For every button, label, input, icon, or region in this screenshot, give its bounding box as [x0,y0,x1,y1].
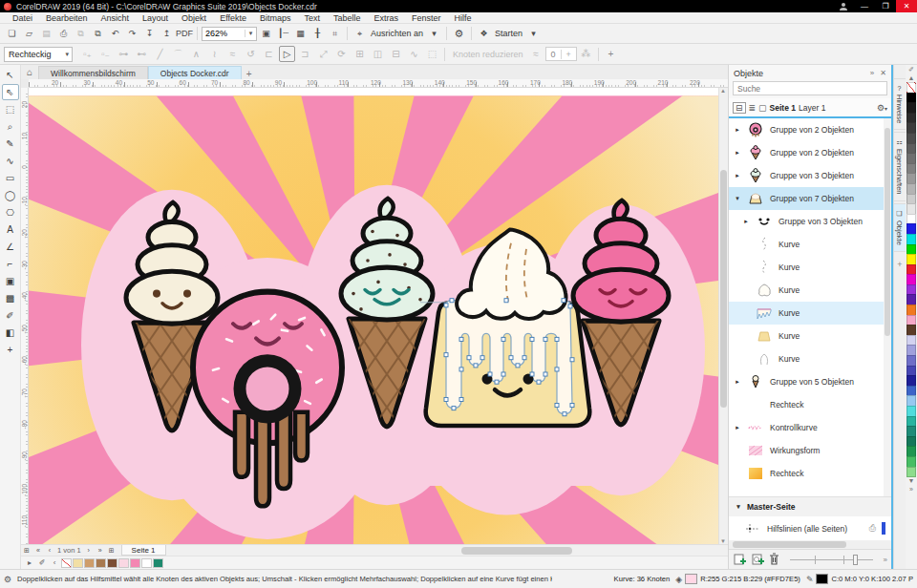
import-icon[interactable]: ↧ [141,26,158,42]
account-icon[interactable] [833,0,854,12]
reduce-nodes-button[interactable]: Knoten reduzieren [453,50,523,59]
smoothness-spinner[interactable]: 0 + [545,47,577,61]
add-docker-button[interactable]: + [897,260,902,269]
canvas-artwork[interactable] [29,88,718,544]
doc-palette-swatch-1[interactable] [73,558,83,568]
more-options-icon[interactable]: » [884,556,887,564]
shape-tool[interactable]: ⇖ [2,84,19,100]
object-row-15[interactable]: Rechteck [729,462,891,485]
cusp-node-icon[interactable]: ∧ [188,46,204,62]
page-tab[interactable]: Seite 1 [121,545,166,556]
doc-palette-swatch-3[interactable] [96,558,106,568]
connector-tool[interactable]: ⌐ [2,256,19,272]
undo-icon[interactable]: ↶ [107,26,123,42]
chevron-down-icon[interactable]: ▾ [525,26,542,42]
open-icon[interactable]: ▱ [21,26,37,42]
delete-node-icon[interactable]: ▫₋ [97,46,114,62]
docker-tab-objekte[interactable]: ❏Objekte [894,203,906,252]
menu-effekte[interactable]: Effekte [213,13,253,23]
save-icon[interactable]: ▤ [38,26,54,42]
drawing-canvas[interactable] [29,88,718,544]
slider-handle[interactable] [853,555,858,565]
show-guidelines-icon[interactable]: ╂ [309,26,326,42]
eyedropper-tool[interactable]: ✐ [2,307,19,324]
print-icon[interactable]: ⎙ [55,26,72,42]
palette-expand-icon[interactable]: » [909,486,913,494]
close-curve-icon[interactable]: ▷ [279,46,295,62]
menu-fenster[interactable]: Fenster [405,13,448,23]
break-curve-icon[interactable]: ⊷ [134,46,150,62]
menu-text[interactable]: Text [298,13,328,23]
chevron-down-icon[interactable]: ▾ [426,26,442,42]
delete-button[interactable] [769,553,779,567]
doc-palette-swatch-5[interactable] [118,558,129,568]
customize-plus-button[interactable]: + [603,46,619,62]
interactive-fill-tool[interactable]: ◧ [2,325,19,341]
to-line-icon[interactable]: ╱ [152,46,168,62]
zoom-tool[interactable]: ⌕ [2,118,19,135]
doc-palette-swatch-8[interactable] [153,558,163,568]
doc-palette-swatch-7[interactable] [141,558,152,568]
expand-icon[interactable]: ▸ [734,172,741,179]
pick-tool[interactable]: ↖ [2,67,19,83]
v-scroll-thumb[interactable] [720,170,727,408]
menu-ansicht[interactable]: Ansicht [95,13,137,23]
snap-icon[interactable]: ⌖ [352,26,368,42]
zoom-level-combo[interactable]: ▾ [202,27,257,41]
current-layer-label[interactable]: Layer 1 [799,103,825,113]
docker-close-icon[interactable]: ✕ [880,69,886,77]
object-row-12[interactable]: Rechteck [729,393,891,416]
menu-objekt[interactable]: Objekt [175,13,213,23]
object-row-11[interactable]: ▸Gruppe von 5 Objekten [729,370,891,393]
h-scroll-thumb[interactable] [461,547,572,555]
smooth-node-icon[interactable]: ≀ [206,46,223,62]
object-row-2[interactable]: ▸Gruppe von 3 Objekten [729,164,891,187]
more-tools[interactable]: + [2,342,19,358]
current-page-label[interactable]: Seite 1 [770,103,796,113]
join-nodes-icon[interactable]: ⊶ [116,46,132,62]
options-gear-icon[interactable]: ⚙ [451,26,467,42]
docker-settings-gear-icon[interactable]: ⚙▾ [877,103,887,113]
home-icon[interactable]: ⌂ [21,65,38,79]
edit-color-bar[interactable] [882,522,885,535]
object-row-0[interactable]: ▸Gruppe von 2 Objekten [729,118,891,141]
doc-palette-swatch-2[interactable] [84,558,95,568]
first-page-icon[interactable]: « [32,547,44,554]
publish-pdf-icon[interactable]: PDF [176,26,193,42]
palette-eyedropper-icon[interactable]: ✐ [36,558,48,567]
paste-icon[interactable]: ⧉ [90,26,106,42]
align-to-label[interactable]: Ausrichten an [371,29,423,38]
expand-icon[interactable]: ▸ [734,424,741,431]
crop-tool[interactable]: ⬚ [2,101,19,117]
tree-scrollbar[interactable] [884,118,891,496]
maximize-button[interactable]: ❐ [875,0,896,12]
expand-icon[interactable]: ▸ [734,378,741,386]
polygon-tool[interactable]: ⎔ [2,204,19,220]
search-input[interactable] [733,81,887,95]
new-document-tab[interactable]: + [242,69,257,79]
last-page-icon[interactable]: » [95,547,106,554]
show-grid-icon[interactable]: ▦ [292,26,309,42]
palette-flyout-icon[interactable]: ▸ [24,558,35,567]
master-page-row[interactable]: ▾ Master-Seite [729,496,891,516]
to-curve-icon[interactable]: ⌒ [170,46,186,62]
menu-bitmaps[interactable]: Bitmaps [253,13,298,23]
object-row-10[interactable]: Kurve [729,347,891,370]
selection-mode-combo[interactable]: Rechteckig ▾ [4,47,73,62]
prev-page-icon[interactable]: ‹ [44,547,55,554]
docker-tab-eigenschaften[interactable]: ⚏Eigenschaften [894,132,906,201]
transparency-tool[interactable]: ▩ [2,290,19,306]
collapse-icon[interactable]: ▾ [734,195,741,202]
object-row-3[interactable]: ▾Gruppe von 7 Objekten [729,187,891,210]
show-rulers-icon[interactable]: ┃┄ [275,26,291,42]
export-icon[interactable]: ↥ [159,26,175,42]
object-row-5[interactable]: Kurve [729,233,891,256]
fill-info[interactable]: ◈ R:255 G:215 B:229 (#FFD7E5) [675,574,800,584]
new-layer-button[interactable] [733,553,746,567]
object-row-9[interactable]: Kurve [729,325,891,347]
launcher-window-icon[interactable]: ❖ [476,26,492,42]
menu-bearbeiten[interactable]: Bearbeiten [39,13,95,23]
rotate-nodes-icon[interactable]: ⟳ [333,46,350,62]
reflect-v-icon[interactable]: ⊟ [388,46,404,62]
artistic-media-tool[interactable]: ∿ [2,153,19,169]
